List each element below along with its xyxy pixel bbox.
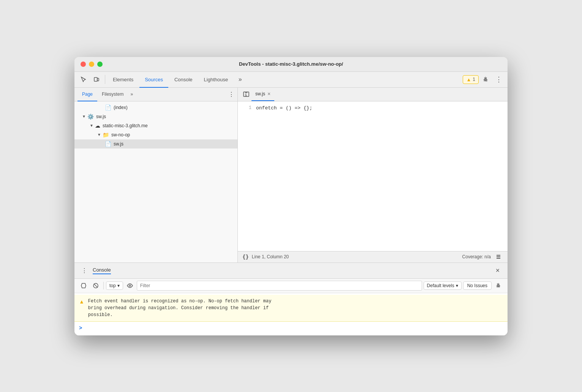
warning-message-text: Fetch event handler is recognized as no-…	[88, 298, 271, 318]
console-prompt-input[interactable]	[84, 325, 503, 330]
console-prompt: >	[74, 322, 508, 334]
svg-point-6	[129, 285, 131, 286]
tree-item-sw-js-root[interactable]: ▼ ⚙️ sw.js	[74, 112, 237, 121]
tree-item-label: sw.js	[96, 114, 106, 119]
console-toolbar: top ▾ Default levels ▾ No Issues	[74, 279, 508, 293]
panel-options-button[interactable]: ⋮	[228, 91, 234, 98]
console-header: ⋮ Console ×	[74, 263, 508, 279]
line-number: 1	[238, 104, 256, 111]
tree-item-label: sw-no-op	[111, 132, 130, 138]
chevron-down-icon: ▾	[117, 283, 120, 288]
tree-item-static-misc[interactable]: ▼ ☁ static-misc-3.glitch.me	[74, 121, 237, 130]
tab-page[interactable]: Page	[77, 88, 97, 101]
console-title: Console	[93, 267, 111, 274]
file-tree: 📄 (index) ▼ ⚙️ sw.js ▼ ☁ static-misc-3.g…	[74, 101, 237, 262]
close-button[interactable]	[81, 62, 86, 67]
js-file-icon: 📄	[105, 141, 111, 147]
level-selector[interactable]: Default levels ▾	[424, 281, 462, 290]
tree-item-label: sw.js	[114, 141, 123, 147]
svg-marker-3	[81, 283, 86, 288]
context-label: top	[109, 283, 116, 288]
left-panel: Page Filesystem » ⋮ 📄 (index) ▼	[74, 88, 238, 262]
navigator-button[interactable]	[241, 89, 251, 100]
coverage-action-button[interactable]	[494, 252, 503, 261]
tree-arrow-icon: ▼	[97, 133, 101, 137]
tree-arrow-icon: ▼	[90, 123, 93, 128]
tab-lighthouse[interactable]: Lighthouse	[199, 72, 234, 88]
status-bar-right: Coverage: n/a	[462, 252, 503, 261]
folder-icon: 📁	[103, 132, 109, 138]
tree-item-label: static-misc-3.glitch.me	[103, 123, 148, 128]
line-code: onfetch = () => {};	[256, 104, 312, 111]
console-section: ⋮ Console × top ▾	[74, 262, 508, 335]
issues-button[interactable]: No Issues	[463, 281, 492, 290]
status-bar: {} Line 1, Column 20 Coverage: n/a	[238, 251, 508, 262]
warning-message-icon: ▲	[79, 299, 84, 305]
tree-arrow-icon: ▼	[82, 114, 86, 119]
title-bar: DevTools - static-misc-3.glitch.me/sw-no…	[74, 57, 508, 72]
toolbar-divider	[105, 75, 105, 84]
device-toolbar-button[interactable]	[90, 73, 103, 85]
service-worker-icon: ⚙️	[87, 114, 94, 120]
console-messages: ▲ Fetch event handler is recognized as n…	[74, 293, 508, 335]
tree-item-sw-js[interactable]: 📄 sw.js	[74, 139, 237, 149]
more-panel-tabs-button[interactable]: »	[128, 92, 135, 97]
settings-button[interactable]	[479, 73, 492, 85]
tree-item-index[interactable]: 📄 (index)	[74, 103, 237, 112]
coverage-label: Coverage: n/a	[462, 254, 491, 259]
code-area[interactable]: 1 onfetch = () => {};	[238, 101, 508, 251]
tab-filesystem[interactable]: Filesystem	[97, 88, 128, 101]
code-line: 1 onfetch = () => {};	[238, 104, 508, 113]
inspect-element-button[interactable]	[77, 73, 90, 85]
more-options-button[interactable]: ⋮	[492, 73, 505, 85]
more-tabs-button[interactable]: »	[234, 73, 246, 85]
editor-tabs: sw.js ×	[238, 88, 508, 101]
devtools-window: DevTools - static-misc-3.glitch.me/sw-no…	[74, 57, 508, 335]
context-selector[interactable]: top ▾	[106, 281, 123, 290]
tab-elements[interactable]: Elements	[108, 72, 139, 88]
maximize-button[interactable]	[97, 62, 103, 67]
svg-line-5	[94, 284, 98, 288]
traffic-lights	[81, 62, 103, 67]
format-button[interactable]: {}	[242, 254, 249, 260]
console-divider	[103, 282, 104, 289]
right-panel: sw.js × 1 onfetch = () => {}; {} Line 1,…	[238, 88, 508, 262]
filter-input[interactable]	[137, 281, 422, 291]
console-settings-button[interactable]	[493, 280, 504, 291]
console-close-button[interactable]: ×	[492, 265, 503, 276]
warning-badge[interactable]: ▲ 1	[463, 75, 479, 84]
console-options-button[interactable]: ⋮	[79, 265, 90, 276]
minimize-button[interactable]	[89, 62, 94, 67]
level-chevron-icon: ▾	[456, 283, 458, 288]
clear-console-button[interactable]	[78, 280, 89, 291]
svg-rect-1	[97, 78, 99, 81]
devtools-toolbar: Elements Sources Console Lighthouse » ▲ …	[74, 72, 508, 88]
file-icon: 📄	[105, 104, 111, 111]
block-icon-button[interactable]	[90, 280, 101, 291]
editor-tab-close-button[interactable]: ×	[267, 91, 270, 97]
editor-tab-filename: sw.js	[255, 91, 265, 96]
tab-console[interactable]: Console	[169, 72, 198, 88]
editor-tab-sw-js[interactable]: sw.js ×	[251, 87, 274, 101]
tree-item-label: (index)	[114, 105, 128, 110]
eye-icon-button[interactable]	[125, 280, 135, 291]
warning-icon: ▲	[466, 77, 471, 82]
panel-tabs: Page Filesystem » ⋮	[74, 88, 237, 101]
svg-rect-0	[94, 77, 97, 81]
tab-sources[interactable]: Sources	[139, 72, 168, 88]
warning-message: ▲ Fetch event handler is recognized as n…	[74, 295, 508, 322]
tree-item-sw-no-op[interactable]: ▼ 📁 sw-no-op	[74, 130, 237, 139]
main-content: Page Filesystem » ⋮ 📄 (index) ▼	[74, 88, 508, 262]
cursor-position: Line 1, Column 20	[252, 254, 289, 259]
status-bar-left: {} Line 1, Column 20	[242, 254, 289, 260]
level-label: Default levels	[427, 283, 454, 288]
cloud-icon: ☁	[95, 123, 100, 129]
prompt-chevron-icon: >	[79, 325, 82, 331]
window-title: DevTools - static-misc-3.glitch.me/sw-no…	[239, 61, 343, 67]
